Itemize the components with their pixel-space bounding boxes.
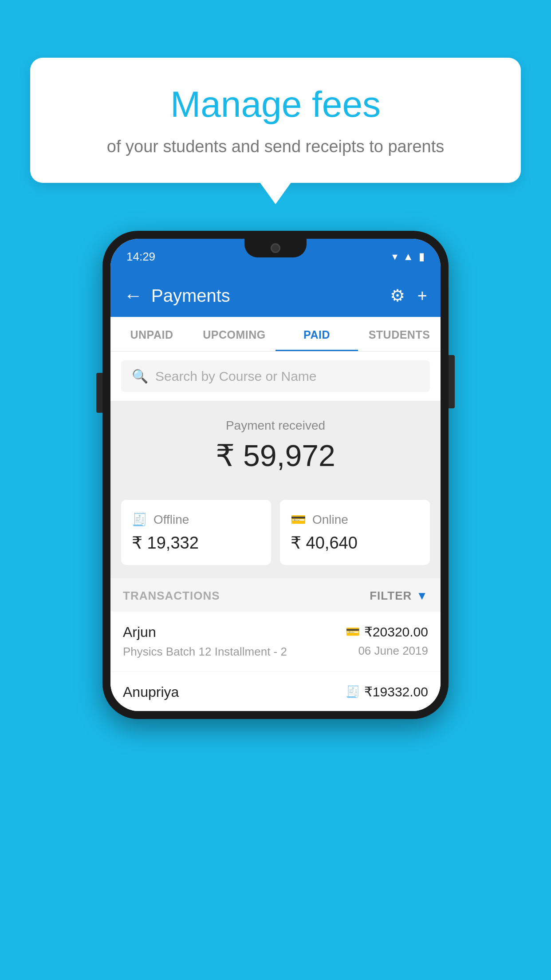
offline-label: Offline	[153, 513, 189, 527]
table-row[interactable]: Anupriya 🧾 ₹19332.00	[110, 672, 441, 711]
payment-received-label: Payment received	[124, 419, 427, 433]
offline-amount: ₹ 19,332	[132, 533, 260, 553]
search-input-wrapper[interactable]: 🔍 Search by Course or Name	[121, 360, 430, 392]
payment-total-amount: ₹ 59,972	[124, 438, 427, 473]
online-card: 💳 Online ₹ 40,640	[280, 500, 430, 565]
header-left: ← Payments	[124, 286, 230, 306]
tx-left-2: Anupriya	[123, 684, 179, 705]
app-header: ← Payments ⚙ +	[110, 274, 441, 317]
tab-paid[interactable]: PAID	[276, 317, 358, 351]
tx-right-1: 💳 ₹20320.00 06 June 2019	[346, 624, 428, 658]
tx-amount-row-2: 🧾 ₹19332.00	[346, 684, 428, 699]
camera	[271, 243, 280, 253]
tab-upcoming[interactable]: UPCOMING	[193, 317, 276, 351]
online-card-header: 💳 Online	[291, 512, 419, 527]
tx-amount-row-1: 💳 ₹20320.00	[346, 624, 428, 640]
status-bar: 14:29 ▾ ▲ ▮	[110, 239, 441, 274]
offline-card-header: 🧾 Offline	[132, 512, 260, 527]
header-right: ⚙ +	[390, 286, 427, 305]
filter-button[interactable]: FILTER ▼	[370, 589, 428, 603]
battery-icon: ▮	[419, 250, 425, 263]
phone-device: 14:29 ▾ ▲ ▮ ← Payments ⚙ +	[102, 231, 449, 719]
bubble-subtitle: of your students and send receipts to pa…	[48, 135, 503, 158]
payment-cards: 🧾 Offline ₹ 19,332 💳 Online ₹ 40,640	[110, 489, 441, 578]
settings-icon[interactable]: ⚙	[390, 286, 405, 305]
tx-date-1: 06 June 2019	[346, 644, 428, 658]
online-icon: 💳	[291, 512, 306, 527]
tx-card-icon-1: 💳	[346, 625, 360, 639]
status-icons: ▾ ▲ ▮	[392, 250, 425, 263]
tab-unpaid[interactable]: UNPAID	[110, 317, 193, 351]
offline-card: 🧾 Offline ₹ 19,332	[121, 500, 271, 565]
signal-icon: ▲	[403, 250, 413, 263]
search-icon: 🔍	[132, 368, 148, 384]
payment-summary: Payment received ₹ 59,972	[110, 401, 441, 489]
online-label: Online	[312, 513, 348, 527]
page-title: Payments	[151, 286, 230, 306]
bubble-title: Manage fees	[48, 84, 503, 124]
transactions-header: TRANSACTIONS FILTER ▼	[110, 578, 441, 612]
speech-bubble-wrapper: Manage fees of your students and send re…	[30, 58, 521, 183]
phone-screen: 14:29 ▾ ▲ ▮ ← Payments ⚙ +	[110, 239, 441, 711]
add-icon[interactable]: +	[417, 286, 427, 305]
tab-students[interactable]: STUDENTS	[358, 317, 441, 351]
content-area: 🔍 Search by Course or Name Payment recei…	[110, 352, 441, 711]
tx-left-1: Arjun Physics Batch 12 Installment - 2	[123, 624, 287, 659]
tx-name-2: Anupriya	[123, 684, 179, 700]
filter-label: FILTER	[370, 589, 412, 603]
back-button[interactable]: ←	[124, 286, 142, 305]
tx-name-1: Arjun	[123, 624, 287, 640]
tx-amount-1: ₹20320.00	[364, 624, 428, 640]
online-amount: ₹ 40,640	[291, 533, 419, 553]
tx-detail-1: Physics Batch 12 Installment - 2	[123, 645, 287, 659]
table-row[interactable]: Arjun Physics Batch 12 Installment - 2 💳…	[110, 612, 441, 672]
transactions-label: TRANSACTIONS	[123, 589, 220, 603]
phone-outer: 14:29 ▾ ▲ ▮ ← Payments ⚙ +	[102, 231, 449, 719]
search-placeholder: Search by Course or Name	[155, 369, 317, 384]
tx-right-2: 🧾 ₹19332.00	[346, 684, 428, 704]
offline-icon: 🧾	[132, 512, 147, 527]
notch	[244, 239, 307, 257]
status-time: 14:29	[126, 250, 155, 264]
wifi-icon: ▾	[392, 250, 398, 263]
search-bar: 🔍 Search by Course or Name	[110, 352, 441, 401]
speech-bubble: Manage fees of your students and send re…	[30, 58, 521, 183]
tx-amount-2: ₹19332.00	[364, 684, 428, 699]
tx-offline-icon-2: 🧾	[346, 685, 360, 699]
tabs-bar: UNPAID UPCOMING PAID STUDENTS	[110, 317, 441, 352]
filter-icon: ▼	[416, 589, 428, 603]
